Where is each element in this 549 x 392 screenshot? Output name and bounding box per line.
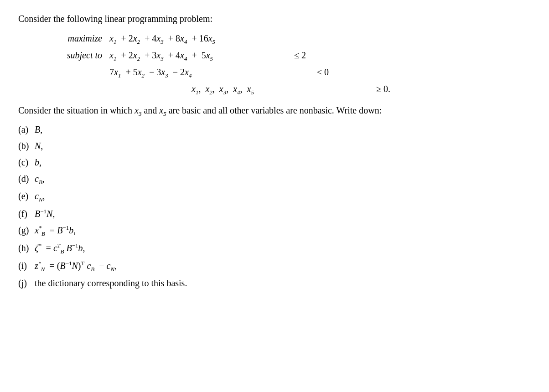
item-label-i: (i) [18,258,35,273]
math-block: maximize x1 + 2x2 + 4x3 + 8x4 + 16x5 sub… [55,33,529,96]
item-content-j: the dictionary corresponding to this bas… [35,276,187,290]
list-item-b: (b) N, [18,139,529,153]
subject-to-label: subject to [55,50,109,61]
item-label-g: (g) [18,223,35,237]
item-content-d: cB, [35,171,45,187]
constraint-1-expr: x1 + 2x2 + 3x3 + 4x4 + 5x5 ≤ 2 [109,50,529,62]
list-item-e: (e) cN, [18,189,529,205]
item-label-d: (d) [18,171,35,186]
situation-paragraph: Consider the situation in which x3 and x… [18,103,529,119]
item-content-h: ζ* = cTB B−1b, [35,241,85,257]
problem-intro: Consider the following linear programmin… [18,14,529,24]
main-content: Consider the following linear programmin… [18,14,529,290]
list-item-g: (g) x*B = B−1b, [18,223,529,239]
item-label-c: (c) [18,155,35,170]
objective-expression: x1 + 2x2 + 4x3 + 8x4 + 16x5 [109,33,529,46]
list-item-h: (h) ζ* = cTB B−1b, [18,241,529,257]
list-item-i: (i) z*N = (B−1N)T cB − cN, [18,258,529,274]
list-section: (a) B, (b) N, (c) b, (d) cB, (e) cN, (f) [18,122,529,291]
constraint-row-1: subject to x1 + 2x2 + 3x3 + 4x4 + 5x5 ≤ … [55,50,529,62]
item-label-b: (b) [18,139,35,153]
list-item-j: (j) the dictionary corresponding to this… [18,276,529,290]
item-label-f: (f) [18,206,35,221]
item-content-e: cN, [35,189,45,205]
item-content-b: N, [35,139,43,153]
item-content-g: x*B = B−1b, [35,223,76,239]
constraint-row-3: x1, x2, x3, x4, x5 ≥ 0. [55,84,529,96]
item-label-a: (a) [18,122,35,137]
list-item-a: (a) B, [18,122,529,137]
item-content-i: z*N = (B−1N)T cB − cN, [35,258,117,274]
constraint-2-expr: 7x1 + 5x2 − 3x3 − 2x4 ≤ 0 [109,67,529,79]
objective-row: maximize x1 + 2x2 + 4x3 + 8x4 + 16x5 [55,33,529,46]
maximize-label: maximize [55,33,109,44]
list-item-f: (f) B−1N, [18,206,529,221]
item-label-j: (j) [18,276,35,290]
item-content-a: B, [35,122,42,137]
list-item-c: (c) b, [18,155,529,170]
item-content-c: b, [35,155,41,170]
item-content-f: B−1N, [35,206,55,221]
constraint-3-expr: x1, x2, x3, x4, x5 ≥ 0. [109,84,529,96]
list-item-d: (d) cB, [18,171,529,187]
item-label-h: (h) [18,241,35,255]
constraint-row-2: 7x1 + 5x2 − 3x3 − 2x4 ≤ 0 [55,67,529,79]
item-label-e: (e) [18,189,35,203]
